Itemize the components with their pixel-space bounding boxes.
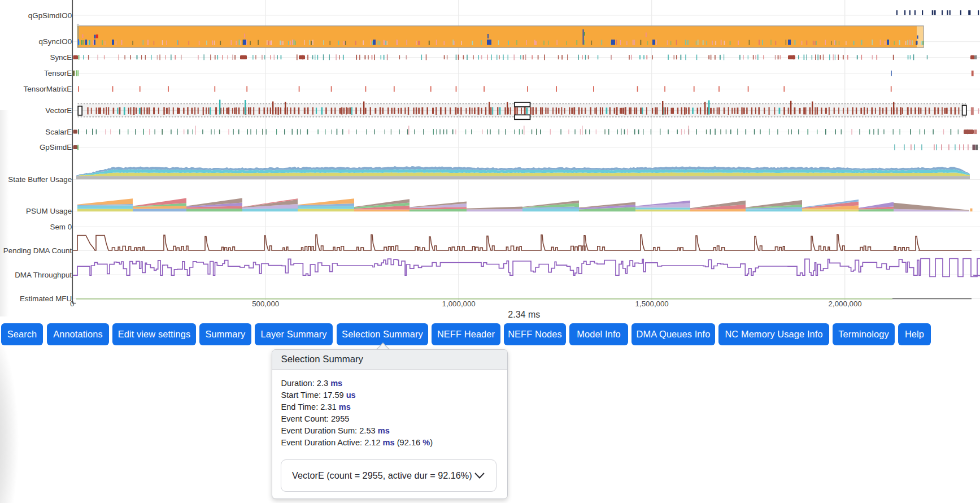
svg-text:SyncE: SyncE — [50, 53, 72, 62]
svg-text:DMA Throughput: DMA Throughput — [15, 271, 72, 279]
svg-text:0: 0 — [70, 300, 74, 308]
svg-text:VectorE: VectorE — [45, 106, 72, 115]
svg-text:TensorE: TensorE — [44, 69, 72, 77]
svg-text:1,000,000: 1,000,000 — [442, 300, 476, 308]
svg-text:PSUM Usage: PSUM Usage — [26, 207, 72, 215]
svg-text:2,000,000: 2,000,000 — [829, 300, 862, 308]
svg-text:Sem 0: Sem 0 — [50, 223, 72, 231]
svg-text:ScalarE: ScalarE — [45, 128, 72, 136]
svg-text:TensorMatrixE: TensorMatrixE — [24, 85, 72, 93]
svg-text:GpSimdE: GpSimdE — [40, 143, 72, 151]
svg-text:qSyncIO0: qSyncIO0 — [38, 37, 72, 46]
svg-text:State Buffer Usage: State Buffer Usage — [8, 175, 72, 184]
svg-text:2.34 ms: 2.34 ms — [508, 310, 540, 319]
svg-text:1,500,000: 1,500,000 — [635, 300, 669, 308]
svg-text:qGpSimdIO0: qGpSimdIO0 — [28, 11, 72, 20]
svg-text:Estimated MFU: Estimated MFU — [20, 294, 72, 303]
svg-text:Pending DMA Count: Pending DMA Count — [3, 246, 72, 255]
svg-text:500,000: 500,000 — [252, 300, 279, 308]
